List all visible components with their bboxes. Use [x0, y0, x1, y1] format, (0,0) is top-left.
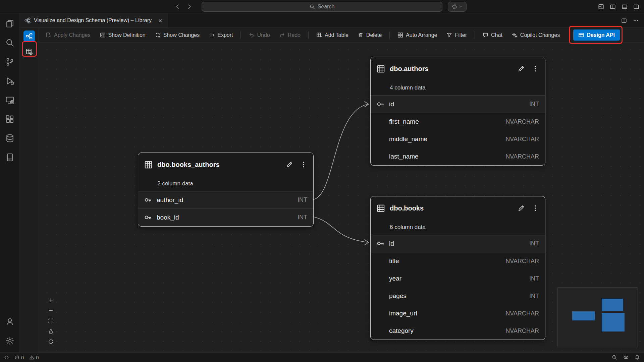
chat-icon	[483, 32, 488, 38]
table-node-authors[interactable]: dbo.authors 4 column data id INT first_n…	[370, 57, 545, 166]
add-table-button[interactable]: Add Table	[312, 30, 353, 41]
history-back-button[interactable]	[174, 4, 180, 10]
copilot-menu-button[interactable]	[448, 2, 467, 12]
minus-icon	[48, 308, 54, 313]
run-debug-icon	[5, 76, 14, 85]
tab-visualize-schema[interactable]: Visualize and Design Schema (Preview) – …	[20, 13, 168, 27]
zoom-out-button[interactable]	[46, 305, 56, 316]
fit-view-button[interactable]	[46, 316, 56, 326]
problems-warnings-button[interactable]: 0	[29, 355, 39, 360]
table-definition-view-button[interactable]	[23, 46, 35, 57]
column-type: NVARCHAR	[505, 258, 539, 265]
remote-indicator-button[interactable]	[4, 355, 9, 360]
toggle-primary-sidebar-button[interactable]	[610, 4, 616, 10]
key-icon	[377, 240, 384, 247]
reset-view-button[interactable]	[46, 337, 56, 347]
schema-canvas[interactable]: dbo.books_authors 2 column data author_i…	[39, 43, 644, 352]
column-row[interactable]: id INT	[371, 96, 545, 113]
delete-button[interactable]: Delete	[354, 30, 386, 41]
customize-layout-button[interactable]	[598, 4, 604, 10]
toggle-panel-button[interactable]	[622, 4, 628, 10]
edit-table-button[interactable]	[518, 204, 525, 212]
activity-remote-explorer-button[interactable]	[0, 90, 19, 110]
copilot-changes-button[interactable]: Copilot Changes	[508, 30, 564, 41]
column-name: image_url	[389, 310, 417, 317]
notifications-button[interactable]	[635, 355, 640, 360]
title-bar: Search	[0, 0, 644, 13]
kebab-menu-icon	[300, 161, 307, 168]
search-input[interactable]: Search	[202, 2, 442, 12]
table-menu-button[interactable]	[532, 65, 539, 72]
connector-books-authors-to-books	[314, 217, 368, 242]
show-definition-button[interactable]: Show Definition	[96, 30, 150, 41]
settings-button[interactable]	[0, 331, 19, 350]
auto-arrange-button[interactable]: Auto Arrange	[393, 30, 441, 41]
show-changes-button[interactable]: Show Changes	[151, 30, 204, 41]
column-type: INT	[298, 214, 307, 221]
table-node-books-authors[interactable]: dbo.books_authors 2 column data author_i…	[138, 153, 314, 227]
redo-button[interactable]: Redo	[275, 30, 305, 41]
design-api-button[interactable]: Design API	[573, 29, 620, 41]
activity-run-debug-button[interactable]	[0, 71, 19, 90]
apply-changes-icon	[46, 32, 51, 38]
column-row[interactable]: year INT	[371, 270, 545, 287]
column-row[interactable]: last_name NVARCHAR	[371, 148, 545, 165]
table-node-header: dbo.books	[371, 196, 545, 220]
account-icon	[5, 317, 14, 326]
copilot-status-button[interactable]	[623, 355, 629, 360]
editor-zoom-button[interactable]	[612, 355, 617, 360]
table-node-books[interactable]: dbo.books 6 column data id INT title NVA…	[370, 196, 545, 340]
column-row[interactable]: book_id INT	[138, 209, 313, 226]
column-row[interactable]: id INT	[371, 235, 545, 252]
editor-more-actions-button[interactable]	[633, 18, 639, 23]
tab-close-button[interactable]	[158, 18, 163, 23]
storage-icon	[5, 153, 14, 162]
column-row[interactable]: middle_name NVARCHAR	[371, 130, 545, 148]
sparkle-icon	[512, 32, 518, 38]
trash-icon	[358, 32, 364, 38]
zoom-in-button[interactable]	[46, 295, 56, 305]
lock-canvas-button[interactable]	[46, 326, 56, 337]
kebab-menu-icon	[532, 204, 539, 212]
column-type: NVARCHAR	[505, 136, 539, 143]
problems-errors-button[interactable]: 0	[14, 355, 24, 360]
activity-database-projects-button[interactable]	[0, 148, 19, 167]
toggle-secondary-sidebar-button[interactable]	[633, 4, 639, 10]
edit-table-button[interactable]	[518, 65, 525, 72]
panel-right-icon	[633, 4, 639, 10]
undo-icon	[249, 32, 254, 38]
filter-button[interactable]: Filter	[442, 30, 471, 41]
table-menu-button[interactable]	[300, 161, 307, 168]
history-forward-button[interactable]	[186, 4, 193, 10]
activity-sql-server-button[interactable]	[0, 129, 19, 148]
activity-explorer-button[interactable]	[0, 14, 19, 33]
column-type: INT	[529, 101, 539, 108]
kebab-menu-icon	[532, 65, 539, 72]
column-row[interactable]: title NVARCHAR	[371, 252, 545, 270]
column-type: NVARCHAR	[505, 153, 539, 160]
table-menu-button[interactable]	[532, 204, 539, 212]
minimap-node-books-authors	[572, 311, 595, 320]
column-row[interactable]: author_id INT	[138, 191, 313, 209]
chat-button[interactable]: Chat	[479, 30, 506, 41]
export-button[interactable]: Export	[205, 30, 237, 41]
definition-icon	[100, 32, 106, 38]
apply-changes-button[interactable]: Apply Changes	[42, 30, 95, 41]
status-bar: 0 0	[0, 352, 644, 362]
activity-search-button[interactable]	[0, 33, 19, 52]
minimap[interactable]	[557, 287, 638, 347]
minimap-node-books	[602, 313, 625, 331]
column-row[interactable]: category NVARCHAR	[371, 322, 545, 340]
undo-button[interactable]: Undo	[245, 30, 274, 41]
split-editor-button[interactable]	[621, 18, 627, 23]
column-row[interactable]: pages INT	[371, 287, 545, 305]
table-subtitle: 6 column data	[371, 220, 545, 235]
edit-table-button[interactable]	[286, 161, 293, 168]
activity-extensions-button[interactable]	[0, 110, 19, 129]
activity-source-control-button[interactable]	[0, 52, 19, 71]
column-row[interactable]: first_name NVARCHAR	[371, 113, 545, 130]
database-icon	[5, 134, 14, 143]
accounts-button[interactable]	[0, 312, 19, 331]
column-row[interactable]: image_url NVARCHAR	[371, 305, 545, 322]
schema-diagram-view-button[interactable]	[23, 31, 35, 42]
